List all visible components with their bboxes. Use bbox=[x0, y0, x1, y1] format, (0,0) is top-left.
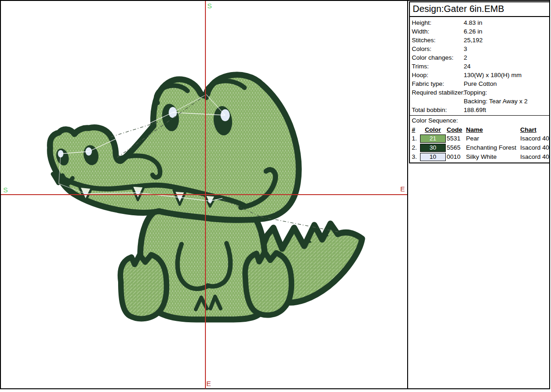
info-value: 3 bbox=[464, 45, 549, 53]
info-label: Total bobbin: bbox=[412, 106, 464, 114]
info-row-width: Width: 6.26 in bbox=[410, 27, 549, 36]
design-canvas[interactable]: S S E E bbox=[1, 1, 407, 389]
info-value: 4.83 in bbox=[464, 18, 549, 27]
info-label: Color changes: bbox=[412, 53, 464, 62]
start-marker-left: S bbox=[3, 186, 8, 193]
info-label: Trims: bbox=[412, 62, 464, 71]
stabilizer-topping: Topping: bbox=[464, 88, 549, 97]
embroidery-app-window: S S E E Design:Gater 6in.EMB Height: 4.8… bbox=[0, 0, 551, 392]
thread-name: Enchanting Forest bbox=[466, 143, 519, 152]
info-value: 6.26 in bbox=[464, 27, 549, 36]
color-sequence-title: Color Sequence: bbox=[410, 116, 549, 125]
info-value: 24 bbox=[464, 62, 549, 71]
info-label: Required stabilizer: bbox=[412, 88, 464, 106]
info-row-stitches: Stitches: 25,192 bbox=[410, 36, 549, 45]
panel-divider bbox=[407, 0, 408, 389]
info-label: Width: bbox=[412, 27, 464, 36]
end-marker-right: E bbox=[400, 185, 405, 192]
gator-head bbox=[50, 75, 299, 220]
color-swatch[interactable]: 10 bbox=[420, 153, 446, 161]
design-properties: Height: 4.83 in Width: 6.26 in Stitches:… bbox=[410, 17, 549, 116]
color-swatch[interactable]: 21 bbox=[420, 134, 446, 143]
info-row-hoop: Hoop: 130(W) x 180(H) mm bbox=[410, 71, 549, 79]
info-value: Topping: Backing: Tear Away x 2 bbox=[464, 88, 549, 106]
color-sequence-section: Color Sequence: # Color Code Name Chart … bbox=[410, 116, 549, 162]
header-color: Color bbox=[420, 125, 446, 134]
info-row-color-changes: Color changes: 2 bbox=[410, 53, 549, 62]
header-code: Code bbox=[447, 125, 465, 134]
thread-name: Silky White bbox=[466, 152, 519, 161]
thread-code: 5531 bbox=[447, 134, 465, 143]
info-value: 25,192 bbox=[464, 36, 549, 45]
color-sequence-row[interactable]: 1. 21 5531 Pear Isacord 40 bbox=[410, 134, 549, 143]
thread-code: 5565 bbox=[447, 143, 465, 152]
color-sequence-row[interactable]: 3. 10 0010 Silky White Isacord 40 bbox=[410, 152, 549, 161]
thread-chart: Isacord 40 bbox=[520, 152, 549, 161]
gator-left-foot bbox=[120, 255, 167, 319]
thread-code: 0010 bbox=[447, 152, 465, 161]
gator-right-foot bbox=[245, 252, 291, 315]
thread-name: Pear bbox=[466, 134, 519, 143]
info-row-bobbin: Total bobbin: 188.69ft bbox=[410, 106, 549, 114]
design-title: Design:Gater 6in.EMB bbox=[410, 2, 549, 17]
color-sequence-row[interactable]: 2. 30 5565 Enchanting Forest Isacord 40 bbox=[410, 143, 549, 152]
color-swatch[interactable]: 30 bbox=[420, 144, 446, 152]
info-value: Pure Cotton bbox=[464, 79, 549, 88]
info-row-height: Height: 4.83 in bbox=[410, 18, 549, 27]
info-row-stabilizer: Required stabilizer: Topping: Backing: T… bbox=[410, 88, 549, 106]
info-value: 188.69ft bbox=[464, 106, 549, 114]
thread-chart: Isacord 40 bbox=[520, 143, 549, 152]
color-sequence-header: # Color Code Name Chart bbox=[410, 125, 549, 134]
crosshair-horizontal-line bbox=[1, 194, 407, 195]
info-value: 130(W) x 180(H) mm bbox=[464, 71, 549, 79]
end-marker-bottom: E bbox=[206, 380, 211, 387]
header-num: # bbox=[412, 125, 419, 134]
info-label: Height: bbox=[412, 18, 464, 27]
info-label: Stitches: bbox=[412, 36, 464, 45]
row-number: 2. bbox=[412, 143, 419, 152]
info-label: Hoop: bbox=[412, 71, 464, 79]
info-value: 2 bbox=[464, 53, 549, 62]
stabilizer-backing: Backing: Tear Away x 2 bbox=[464, 97, 549, 106]
design-info-panel: Design:Gater 6in.EMB Height: 4.83 in Wid… bbox=[409, 1, 550, 163]
row-number: 1. bbox=[412, 134, 419, 143]
header-name: Name bbox=[466, 125, 519, 134]
info-label: Fabric type: bbox=[412, 79, 464, 88]
row-number: 3. bbox=[412, 152, 419, 161]
info-row-colors: Colors: 3 bbox=[410, 45, 549, 53]
start-marker-top: S bbox=[207, 2, 212, 9]
info-row-fabric: Fabric type: Pure Cotton bbox=[410, 79, 549, 88]
thread-chart: Isacord 40 bbox=[520, 134, 549, 143]
header-chart: Chart bbox=[520, 125, 549, 134]
info-row-trims: Trims: 24 bbox=[410, 62, 549, 71]
info-label: Colors: bbox=[412, 45, 464, 53]
